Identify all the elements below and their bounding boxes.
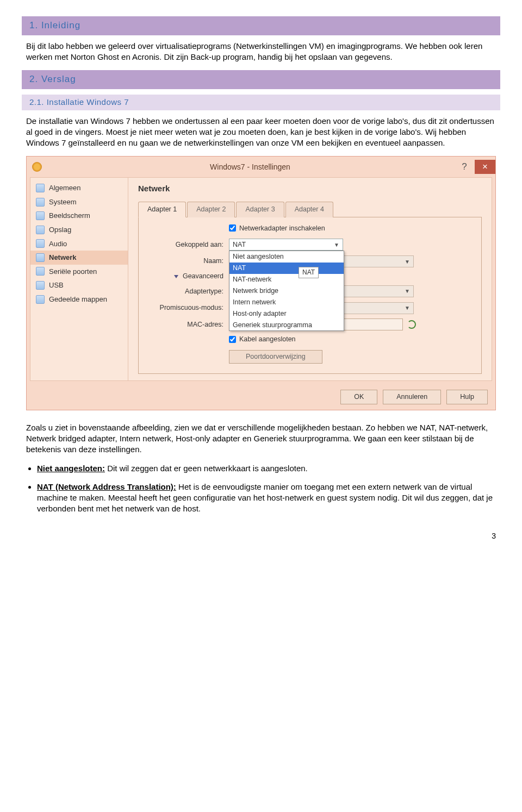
mac-label: MAC-adres:	[147, 320, 229, 329]
sidebar-item-netwerk[interactable]: Netwerk	[30, 251, 128, 265]
adapter-tabs: Adapter 1 Adapter 2 Adapter 3 Adapter 4	[138, 201, 482, 217]
settings-sidebar: Algemeen Systeem Beeldscherm Opslag Audi…	[30, 178, 128, 380]
vbox-settings-window: Windows7 - Instellingen ? × Algemeen Sys…	[26, 156, 496, 410]
disk-icon	[36, 226, 45, 234]
port-forwarding-button[interactable]: Poortdoorverwijzing	[229, 350, 322, 364]
twisty-down-icon[interactable]	[174, 275, 178, 278]
cancel-button[interactable]: Annuleren	[383, 390, 441, 404]
dd-generiek[interactable]: Generiek stuurprogramma	[229, 320, 344, 331]
chevron-down-icon: ▼	[405, 258, 410, 266]
sidebar-item-algemeen[interactable]: Algemeen	[30, 181, 128, 195]
enable-adapter-input[interactable]	[229, 224, 236, 232]
network-icon	[36, 253, 45, 262]
usb-icon	[36, 281, 45, 290]
adaptertype-label: Adaptertype:	[147, 287, 229, 296]
tab-adapter-3[interactable]: Adapter 3	[236, 202, 284, 217]
cable-connected-input[interactable]	[229, 336, 236, 343]
tab-adapter-4[interactable]: Adapter 4	[285, 202, 333, 217]
heading-2-text: 2. Verslag	[29, 74, 76, 84]
window-body: Algemeen Systeem Beeldscherm Opslag Audi…	[30, 177, 492, 381]
attached-to-combo[interactable]: NAT ▼	[229, 239, 343, 251]
window-titlebar: Windows7 - Instellingen ? ×	[27, 157, 495, 177]
heading-2-1: 2.1. Installatie Windows 7	[22, 95, 500, 110]
box-icon	[36, 184, 45, 192]
settings-main: Netwerk Adapter 1 Adapter 2 Adapter 3 Ad…	[128, 178, 492, 380]
dd-intern-netwerk[interactable]: Intern netwerk	[229, 297, 344, 308]
sidebar-item-systeem[interactable]: Systeem	[30, 195, 128, 209]
tab-adapter-2[interactable]: Adapter 2	[187, 202, 235, 217]
chevron-down-icon: ▼	[405, 288, 410, 295]
dialog-footer: OK Annuleren Hulp	[27, 384, 495, 410]
window-title: Windows7 - Instellingen	[46, 162, 454, 172]
after-image-paragraph: Zoals u ziet in bovenstaande afbeelding,…	[26, 422, 496, 455]
ok-button[interactable]: OK	[340, 390, 377, 404]
section-paragraph: De installatie van Windows 7 hebben we o…	[26, 116, 496, 149]
gear-icon	[32, 162, 42, 172]
dd-niet-aangesloten[interactable]: Niet aangesloten	[229, 251, 344, 263]
enable-adapter-checkbox[interactable]: Netwerkadapter inschakelen	[229, 224, 325, 233]
name-label: Naam:	[147, 257, 229, 266]
bullet-list: Niet aangesloten: Dit wil zeggen dat er …	[37, 463, 496, 515]
dd-nat[interactable]: NAT	[229, 263, 344, 274]
page-number: 3	[26, 531, 496, 541]
sidebar-item-audio[interactable]: Audio	[30, 237, 128, 251]
tab-adapter-1[interactable]: Adapter 1	[138, 202, 186, 217]
audio-icon	[36, 239, 45, 248]
monitor-icon	[36, 211, 45, 220]
close-button[interactable]: ×	[475, 160, 495, 174]
dd-netwerk-bridge[interactable]: Netwerk bridge	[229, 285, 344, 297]
refresh-icon[interactable]	[407, 320, 416, 329]
sidebar-item-seriele-poorten[interactable]: Seriële poorten	[30, 265, 128, 279]
heading-2-1-text: 2.1. Installatie Windows 7	[29, 97, 129, 107]
chevron-down-icon: ▼	[334, 241, 339, 249]
attached-to-label: Gekoppeld aan:	[147, 240, 229, 249]
dd-nat-netwerk[interactable]: NAT-netwerk	[229, 274, 344, 285]
intro-paragraph: Bij dit labo hebben we geleerd over virt…	[26, 41, 496, 63]
chip-icon	[36, 198, 45, 207]
heading-1-text: 1. Inleiding	[29, 20, 80, 30]
help-button[interactable]: ?	[454, 160, 475, 174]
dd-host-only[interactable]: Host-only adapter	[229, 308, 344, 320]
nat-tooltip: NAT	[299, 267, 319, 278]
sidebar-item-opslag[interactable]: Opslag	[30, 223, 128, 237]
bullet-nat: NAT (Network Address Translation): Het i…	[37, 482, 496, 515]
heading-1: 1. Inleiding	[22, 16, 500, 35]
help-button[interactable]: Hulp	[446, 390, 488, 404]
advanced-label[interactable]: Geavanceerd	[183, 272, 223, 280]
attached-to-dropdown: Niet aangesloten NAT NAT-netwerk Netwerk…	[229, 251, 344, 331]
cable-connected-checkbox[interactable]: Kabel aangesloten	[229, 335, 296, 344]
sidebar-item-gedeelde-mappen[interactable]: Gedeelde mappen	[30, 292, 128, 307]
sidebar-item-usb[interactable]: USB	[30, 278, 128, 292]
sidebar-item-beeldscherm[interactable]: Beeldscherm	[30, 209, 128, 223]
panel-heading: Netwerk	[138, 183, 482, 194]
serial-icon	[36, 267, 45, 276]
folder-icon	[36, 295, 45, 304]
heading-2: 2. Verslag	[22, 70, 500, 89]
chevron-down-icon: ▼	[405, 304, 410, 312]
promisc-label: Promiscuous-modus:	[147, 303, 229, 313]
adapter-form: Netwerkadapter inschakelen Gekoppeld aan…	[138, 217, 482, 374]
bullet-niet-aangesloten: Niet aangesloten: Dit wil zeggen dat er …	[37, 463, 496, 474]
